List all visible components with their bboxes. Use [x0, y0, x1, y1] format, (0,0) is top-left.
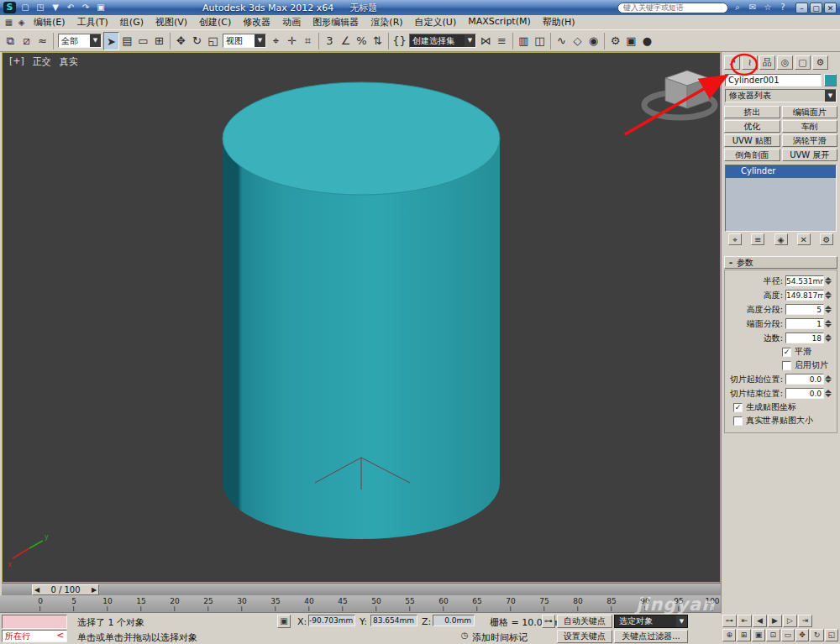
maximize-button[interactable]: ▢	[810, 3, 822, 13]
menu-item-9[interactable]: 自定义(U)	[409, 16, 463, 29]
checkbox[interactable]: ✓	[782, 348, 791, 357]
maxscript-macro-recorder[interactable]	[2, 615, 67, 629]
spinner-arrows[interactable]	[824, 374, 832, 385]
favorites-icon[interactable]: ☆	[761, 2, 774, 13]
modifier-stack[interactable]: Cylinder	[725, 165, 837, 232]
modifier-button-1[interactable]: 编辑面片	[782, 106, 838, 118]
mirror-icon[interactable]: ⋈	[478, 32, 494, 50]
render-setup-icon[interactable]: ⚙	[607, 32, 623, 50]
reference-coordinate-system-dropdown[interactable]: 视图▼	[223, 34, 266, 48]
snap-toggle-3d-icon[interactable]: 3	[322, 32, 338, 50]
viewport-shading-menu[interactable]: 真实	[60, 55, 78, 68]
y-coord-field[interactable]: 83.654mm	[370, 615, 417, 626]
menu-item-4[interactable]: 创建(C)	[193, 16, 237, 29]
graphite-modeling-tools-icon[interactable]: ◫	[532, 32, 548, 50]
chevron-down-icon[interactable]: ▼	[255, 34, 265, 47]
x-coord-field[interactable]: -90.703mm	[308, 615, 355, 626]
time-slider-track[interactable]: ◀ 0 / 100 ▶	[2, 583, 721, 595]
spinner-arrows[interactable]	[824, 318, 832, 329]
z-coord-field[interactable]: 0.0mm	[433, 615, 475, 626]
percent-snap-icon[interactable]: %	[354, 32, 370, 50]
perspective-viewport[interactable]: [+] 正交 真实	[2, 52, 721, 583]
listener-scroll-icon[interactable]: <	[57, 631, 64, 641]
modifier-button-4[interactable]: UVW 贴图	[724, 134, 780, 147]
select-and-move-icon[interactable]: ✥	[173, 32, 189, 50]
collapse-icon[interactable]: -	[725, 257, 737, 268]
motion-tab-icon[interactable]: ◎	[777, 55, 793, 70]
spinner-up-icon[interactable]	[825, 306, 832, 309]
spinner-up-icon[interactable]	[825, 334, 832, 338]
auto-key-button[interactable]: 自动关键点	[557, 615, 612, 628]
chevron-down-icon[interactable]: ▼	[465, 34, 475, 47]
spinner-arrows[interactable]	[824, 332, 832, 343]
make-unique-icon[interactable]: ◈	[774, 233, 788, 245]
chevron-down-icon[interactable]: ▼	[825, 90, 836, 102]
named-selection-sets-dropdown[interactable]: 创建选择集▼	[409, 34, 476, 48]
modifier-button-7[interactable]: UVW 展开	[782, 149, 838, 161]
viewport-general-menu[interactable]: [+]	[9, 55, 24, 68]
spinner-up-icon[interactable]	[825, 375, 832, 379]
spinner-up-icon[interactable]	[825, 291, 832, 295]
curve-editor-icon[interactable]: ∿	[554, 32, 570, 50]
key-mode-toggle-icon[interactable]: ⊶	[722, 615, 737, 627]
workspace-icon[interactable]: ◈	[15, 18, 28, 27]
param-value-field[interactable]: 18	[785, 332, 824, 343]
spinner-arrows[interactable]	[824, 388, 832, 399]
param-value-field[interactable]: 149.817m	[785, 290, 824, 301]
open-file-icon[interactable]: ◳	[34, 2, 47, 13]
spinner-down-icon[interactable]	[825, 310, 832, 313]
bind-to-space-warp-icon[interactable]: ≈	[34, 32, 50, 50]
remove-modifier-icon[interactable]: ✕	[797, 233, 811, 245]
maxscript-mini-listener[interactable]: 所在行 <	[2, 630, 67, 642]
project-folder-icon[interactable]: ▣	[94, 2, 108, 13]
menu-item-3[interactable]: 视图(V)	[150, 16, 193, 29]
align-icon[interactable]: ≡	[494, 32, 510, 50]
param-value-field[interactable]: 1	[785, 318, 824, 329]
select-and-manipulate-icon[interactable]: ✛	[284, 32, 300, 50]
selection-lock-icon[interactable]: ▣	[277, 615, 291, 628]
add-time-tag-button[interactable]: 添加时间标记	[472, 631, 528, 644]
param-value-field[interactable]: 0.0	[785, 374, 824, 385]
play-animation-icon[interactable]: ▶	[768, 615, 782, 627]
previous-frame-nub-icon[interactable]: ◀	[33, 585, 41, 594]
spinner-arrows[interactable]	[824, 275, 832, 286]
param-value-field[interactable]: 5	[785, 304, 824, 315]
spinner-up-icon[interactable]	[825, 320, 832, 323]
modifier-button-0[interactable]: 挤出	[724, 106, 780, 118]
object-color-swatch[interactable]	[824, 74, 837, 86]
spinner-down-icon[interactable]	[825, 296, 832, 299]
menu-item-11[interactable]: 帮助(H)	[537, 16, 581, 29]
chevron-down-icon[interactable]: ▼	[676, 615, 687, 627]
zoom-all-icon[interactable]: ⊞	[737, 629, 750, 641]
layer-manager-icon[interactable]: ▥	[516, 32, 532, 50]
search-input[interactable]	[617, 3, 728, 13]
menu-item-2[interactable]: 组(G)	[114, 16, 150, 29]
schematic-view-icon[interactable]: ◇	[570, 32, 585, 50]
use-pivot-point-center-icon[interactable]: ⌖	[268, 32, 284, 50]
set-key-button[interactable]: 设置关键点	[557, 630, 612, 643]
zoom-icon[interactable]: ⊕	[722, 629, 736, 641]
time-slider[interactable]: ◀ 0 / 100 ▶	[32, 584, 99, 595]
render-production-icon[interactable]: ●	[639, 32, 655, 50]
configure-modifier-sets-icon[interactable]: ⚙	[820, 233, 833, 245]
create-tab-icon[interactable]: ↗	[724, 55, 740, 70]
zoom-region-icon[interactable]: ▭	[781, 629, 795, 641]
rectangular-selection-region-icon[interactable]: ▭	[135, 32, 151, 50]
minimize-button[interactable]: –	[795, 3, 808, 13]
max-menu-icon[interactable]: ▦	[3, 18, 15, 27]
spinner-down-icon[interactable]	[825, 380, 832, 383]
next-frame-icon[interactable]: ▷	[783, 615, 797, 627]
modifier-button-6[interactable]: 倒角剖面	[724, 149, 780, 161]
maximize-viewport-icon[interactable]: ◱	[825, 629, 838, 641]
object-name-field[interactable]: Cylinder001	[725, 74, 822, 86]
spinner-down-icon[interactable]	[825, 338, 832, 342]
material-editor-icon[interactable]: ◉	[585, 32, 601, 50]
modifier-list-dropdown[interactable]: 修改器列表 ▼	[725, 89, 837, 102]
modifier-stack-item[interactable]: Cylinder	[726, 165, 836, 178]
next-frame-nub-icon[interactable]: ▶	[90, 585, 98, 594]
chevron-down-icon[interactable]: ▼	[90, 34, 101, 47]
pan-view-icon[interactable]: ✥	[795, 629, 809, 641]
spinner-up-icon[interactable]	[825, 277, 832, 280]
utilities-tab-icon[interactable]: ⚙	[812, 55, 828, 70]
app-logo-icon[interactable]: S	[3, 2, 16, 13]
